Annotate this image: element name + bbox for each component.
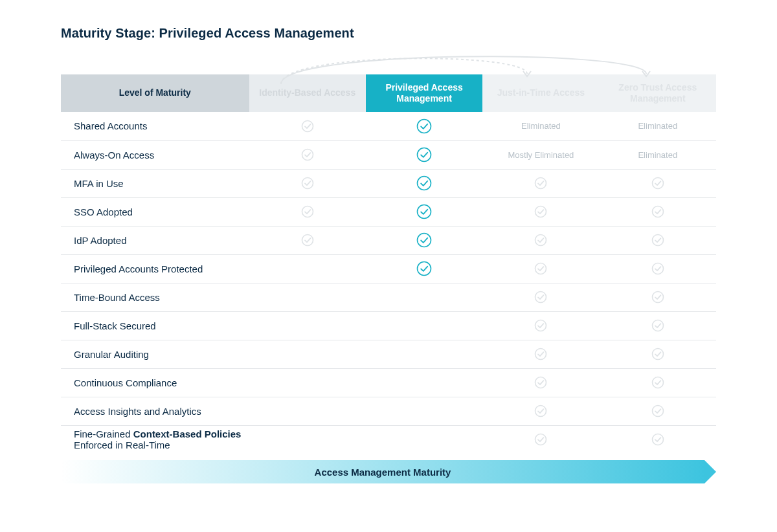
cell-check <box>482 425 599 454</box>
header-label: Level of Maturity <box>61 74 249 112</box>
cell-check <box>249 226 366 254</box>
cell-check <box>600 311 716 340</box>
check-icon <box>300 119 315 133</box>
svg-point-12 <box>302 235 313 246</box>
cell-empty <box>366 368 482 397</box>
header-col-3: Just-in-Time Access <box>482 74 599 112</box>
check-icon <box>651 205 665 219</box>
check-icon <box>534 375 548 390</box>
row-label: Always-On Access <box>61 140 249 169</box>
cell-empty <box>249 311 366 340</box>
check-icon <box>300 148 315 162</box>
cell-check <box>482 169 599 197</box>
check-icon <box>651 375 665 390</box>
row-label: Continuous Compliance <box>61 368 249 397</box>
cell-check-active <box>366 254 482 283</box>
check-icon <box>416 175 432 191</box>
svg-point-0 <box>302 120 313 131</box>
table-row: Access Insights and Analytics <box>61 397 716 425</box>
cell-check-active <box>366 226 482 254</box>
row-label: Granular Auditing <box>61 340 249 368</box>
cell-check-active <box>366 112 482 140</box>
svg-point-1 <box>418 119 431 133</box>
svg-point-30 <box>652 434 663 445</box>
cell-check <box>249 112 366 140</box>
check-icon <box>300 205 315 219</box>
svg-point-23 <box>535 349 546 360</box>
svg-point-7 <box>652 178 663 189</box>
check-icon <box>416 118 432 134</box>
cell-check <box>249 140 366 169</box>
cell-empty <box>249 397 366 425</box>
check-icon <box>534 432 548 447</box>
cell-empty <box>249 425 366 454</box>
matrix-body: Shared AccountsEliminatedEliminatedAlway… <box>61 112 716 454</box>
svg-point-22 <box>652 320 663 331</box>
cell-check <box>600 283 716 311</box>
check-icon <box>651 290 665 304</box>
page-title: Maturity Stage: Privileged Access Manage… <box>61 26 716 41</box>
cell-check <box>600 197 716 226</box>
svg-point-4 <box>302 178 313 189</box>
table-row: Shared AccountsEliminatedEliminated <box>61 112 716 140</box>
check-icon <box>651 233 665 247</box>
cell-check <box>600 397 716 425</box>
cell-check-active <box>366 140 482 169</box>
cell-check <box>600 425 716 454</box>
table-row: Full-Stack Secured <box>61 311 716 340</box>
check-icon <box>534 318 548 333</box>
row-label: MFA in Use <box>61 169 249 197</box>
row-label: Privileged Accounts Protected <box>61 254 249 283</box>
svg-point-9 <box>418 205 431 219</box>
cell-check <box>600 254 716 283</box>
svg-point-10 <box>535 206 546 217</box>
svg-point-26 <box>652 377 663 388</box>
cell-check <box>600 340 716 368</box>
cell-check <box>482 226 599 254</box>
svg-point-14 <box>535 235 546 246</box>
table-row: Fine-Grained Context-Based Policies Enfo… <box>61 425 716 454</box>
cell-check <box>482 311 599 340</box>
svg-point-16 <box>418 262 431 276</box>
cell-empty <box>249 283 366 311</box>
svg-point-24 <box>652 349 663 360</box>
cell-check <box>482 283 599 311</box>
check-icon <box>534 290 548 304</box>
check-icon <box>651 261 665 276</box>
footer-gradient-arrow: Access Management Maturity <box>61 460 716 483</box>
row-label: Fine-Grained Context-Based Policies Enfo… <box>61 425 249 454</box>
row-label: Shared Accounts <box>61 112 249 140</box>
check-icon <box>534 176 548 190</box>
cell-empty <box>366 340 482 368</box>
cell-check <box>482 197 599 226</box>
svg-point-15 <box>652 235 663 246</box>
check-icon <box>300 176 315 190</box>
header-col-4: Zero Trust Access Management <box>600 74 716 112</box>
cell-check <box>600 226 716 254</box>
cell-check <box>482 254 599 283</box>
svg-point-27 <box>535 406 546 417</box>
cell-empty <box>249 254 366 283</box>
table-row: Time-Bound Access <box>61 283 716 311</box>
table-row: Always-On AccessMostly EliminatedElimina… <box>61 140 716 169</box>
table-row: Privileged Accounts Protected <box>61 254 716 283</box>
cell-empty <box>366 397 482 425</box>
check-icon <box>651 432 665 447</box>
check-icon <box>416 261 432 276</box>
cell-check <box>482 397 599 425</box>
svg-point-13 <box>418 234 431 247</box>
check-icon <box>651 404 665 418</box>
cell-check-active <box>366 169 482 197</box>
cell-check-active <box>366 197 482 226</box>
table-row: Granular Auditing <box>61 340 716 368</box>
check-icon <box>534 404 548 418</box>
check-icon <box>416 204 432 219</box>
svg-point-2 <box>302 150 313 161</box>
table-row: Continuous Compliance <box>61 368 716 397</box>
header-col-1: Identity-Based Access <box>249 74 366 112</box>
check-icon <box>651 347 665 361</box>
svg-point-3 <box>418 148 431 162</box>
cell-check <box>482 340 599 368</box>
check-icon <box>534 347 548 361</box>
row-label: SSO Adopted <box>61 197 249 226</box>
